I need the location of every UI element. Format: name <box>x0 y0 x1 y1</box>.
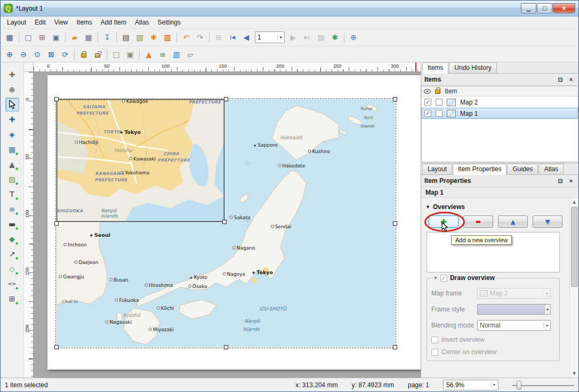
menu-atlas[interactable]: Atlas <box>131 17 154 28</box>
duplicate-layout-button[interactable]: ⊞ <box>35 30 49 44</box>
undo-button[interactable]: ↶ <box>179 30 193 44</box>
add-arrow-tool[interactable]: ↗ <box>5 247 19 261</box>
ungroup-items-button[interactable]: ▣ <box>123 47 137 61</box>
menu-items[interactable]: Items <box>73 17 96 28</box>
zoom-slider-thumb[interactable] <box>517 381 521 389</box>
tab-item-properties[interactable]: Item Properties <box>453 164 506 175</box>
scroll-down-icon[interactable]: ▼ <box>573 370 576 378</box>
preview-atlas-button[interactable]: ⊞ <box>212 30 226 44</box>
add-map-tool[interactable]: ▦ <box>5 142 19 156</box>
load-from-template-button[interactable]: ↧ <box>100 30 114 44</box>
menu-settings[interactable]: Settings <box>154 17 185 28</box>
atlas-settings-button[interactable]: ✱ <box>328 30 342 44</box>
draw-overview-checkbox[interactable] <box>440 275 447 282</box>
visibility-checkbox[interactable] <box>424 99 431 106</box>
save-project-button[interactable]: ▦ <box>3 30 17 44</box>
chevron-down-icon[interactable]: ▾ <box>277 35 282 40</box>
first-feature-button[interactable]: |◀ <box>226 30 239 44</box>
invert-overview-checkbox[interactable] <box>431 337 438 343</box>
add-items-from-template-button[interactable]: ▰ <box>68 30 82 44</box>
map1-item[interactable]: SapporoHokkaidōKushiroIturupKurilIslands… <box>57 99 395 347</box>
edit-nodes-item-tool[interactable]: ◈ <box>5 127 19 141</box>
menu-view[interactable]: View <box>50 17 73 28</box>
scroll-up-icon[interactable]: ▲ <box>573 198 576 206</box>
selection-handle[interactable] <box>54 221 59 226</box>
tab-undo-history[interactable]: Undo History <box>449 62 496 73</box>
zoom-in-button[interactable]: ⊕ <box>3 47 17 61</box>
float-panel-icon[interactable]: ⊡ <box>556 75 565 84</box>
pan-tool[interactable]: ✚ <box>5 68 19 82</box>
add-picture-tool[interactable]: ▨ <box>5 172 19 186</box>
unlock-all-button[interactable] <box>91 47 104 61</box>
export-svg-button[interactable]: ✱ <box>147 30 160 44</box>
layout-canvas[interactable]: SapporoHokkaidōKushiroIturupKurilIslands… <box>34 72 421 378</box>
raise-items-button[interactable]: ▲ <box>142 47 156 61</box>
selection-handle[interactable] <box>222 220 227 224</box>
selection-handle[interactable] <box>54 345 59 349</box>
tab-guides[interactable]: Guides <box>507 164 538 174</box>
add-shape-tool[interactable]: ◆ <box>5 232 19 246</box>
lock-checkbox[interactable] <box>436 110 443 117</box>
selection-handle[interactable] <box>393 345 397 349</box>
item-row-map1[interactable]: Map 1 <box>422 108 578 119</box>
zoom-actual-button[interactable]: ⊙ <box>30 47 44 61</box>
collapse-triangle-icon[interactable]: ▼ <box>433 276 438 281</box>
add-scalebar-tool[interactable]: ▬ <box>5 217 19 231</box>
align-items-button[interactable]: ≡ <box>156 47 170 61</box>
redo-button[interactable]: ↷ <box>193 30 207 44</box>
distribute-items-button[interactable]: ▥ <box>170 47 183 61</box>
group-items-button[interactable]: ▢ <box>109 47 123 61</box>
move-overview-up-button[interactable]: ▲ <box>498 215 528 228</box>
zoom-level-combo[interactable]: 56.9% ▾ <box>443 380 498 390</box>
minimize-button[interactable]: ▁ <box>521 3 536 13</box>
last-feature-button[interactable]: ▶| <box>300 30 314 44</box>
close-panel-icon[interactable]: × <box>567 177 575 185</box>
layout-manager-button[interactable]: ▣ <box>49 30 63 44</box>
close-panel-icon[interactable]: × <box>567 75 575 84</box>
map2-overview-item[interactable]: SAITAMAPREFECTUREKawagoePREFECTURETOKYOT… <box>57 99 224 222</box>
add-node-item-tool[interactable]: ◇ <box>5 262 19 276</box>
tab-layout[interactable]: Layout <box>422 164 452 174</box>
add-label-tool[interactable]: T <box>5 187 19 201</box>
lock-items-button[interactable] <box>77 47 91 61</box>
scrollbar[interactable]: ▲ ▼ <box>569 198 578 378</box>
blending-mode-combo[interactable]: Normal ▾ <box>477 320 551 331</box>
move-item-content-tool[interactable]: ✚ <box>5 113 19 126</box>
next-feature-button[interactable]: ▶ <box>286 30 300 44</box>
new-layout-button[interactable]: ▢ <box>21 30 35 44</box>
zoom-to-region-button[interactable]: ⊕ <box>347 30 360 44</box>
zoom-slider[interactable] <box>512 380 574 390</box>
zoom-full-button[interactable]: ⊠ <box>44 47 58 61</box>
item-row-map2[interactable]: Map 2 <box>422 97 578 108</box>
resize-items-button[interactable]: ▱ <box>183 47 197 61</box>
select-move-item-tool[interactable] <box>5 98 19 111</box>
selection-handle[interactable] <box>393 97 397 101</box>
add-overview-button[interactable]: ✚ <box>429 215 459 228</box>
selection-handle[interactable] <box>224 345 228 349</box>
add-legend-tool[interactable]: ≡ <box>5 202 19 216</box>
add-attribute-table-tool[interactable]: ⊞ <box>5 292 19 306</box>
refresh-button[interactable]: ⟳ <box>58 47 72 61</box>
frame-style-button[interactable]: ▾ <box>477 304 551 315</box>
zoom-out-button[interactable]: ⊖ <box>17 47 30 61</box>
add-3d-map-tool[interactable]: ▲ <box>5 157 19 171</box>
menu-layout[interactable]: Layout <box>3 17 30 28</box>
zoom-tool[interactable]: ⊕ <box>5 83 19 97</box>
tab-atlas[interactable]: Atlas <box>538 164 564 174</box>
selection-handle[interactable] <box>54 97 59 101</box>
menu-edit[interactable]: Edit <box>30 17 50 28</box>
center-on-overview-checkbox[interactable] <box>431 349 438 356</box>
remove-overview-button[interactable]: ▬ <box>463 215 493 228</box>
map-frame-combo[interactable]: Map 2 ▾ <box>477 288 551 299</box>
add-html-tool[interactable]: <> <box>5 277 19 291</box>
print-atlas-button[interactable]: ▤ <box>314 30 328 44</box>
move-overview-down-button[interactable]: ▼ <box>533 215 562 228</box>
scrollbar-thumb[interactable] <box>571 207 578 287</box>
maximize-button[interactable]: ▢ <box>537 3 552 13</box>
atlas-page-spinner[interactable]: 1▾ <box>255 31 285 43</box>
lock-checkbox[interactable] <box>436 99 443 106</box>
selection-handle[interactable] <box>224 97 228 101</box>
previous-feature-button[interactable]: ◀ <box>239 30 253 44</box>
float-panel-icon[interactable]: ⊡ <box>556 177 565 185</box>
selection-handle[interactable] <box>393 221 397 226</box>
